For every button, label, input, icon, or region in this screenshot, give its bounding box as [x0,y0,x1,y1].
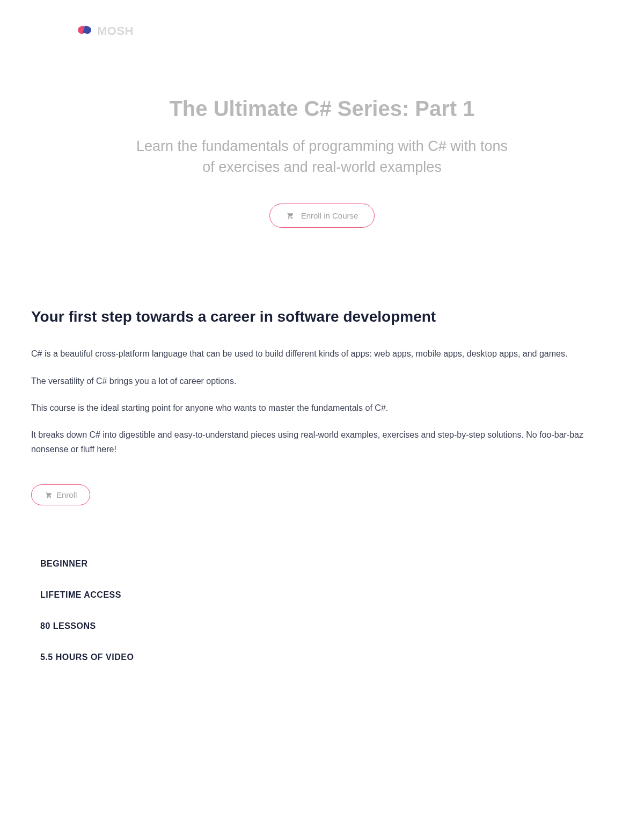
cart-icon [286,212,295,220]
logo[interactable]: MOSH [78,24,134,38]
feature-item: BEGINNER [40,559,604,569]
feature-item: 80 LESSONS [40,621,604,631]
page-title: The Ultimate C# Series: Part 1 [0,97,644,121]
logo-icon [78,26,93,36]
enroll-course-button[interactable]: Enroll in Course [269,204,375,228]
enroll-course-label: Enroll in Course [301,211,358,220]
body-paragraph: The versatility of C# brings you a lot o… [31,374,613,388]
enroll-label: Enroll [56,490,77,499]
body-paragraph: This course is the ideal starting point … [31,401,613,415]
features-list: BEGINNER LIFETIME ACCESS 80 LESSONS 5.5 … [0,505,644,662]
body-paragraph: It breaks down C# into digestible and ea… [31,428,613,456]
feature-item: LIFETIME ACCESS [40,590,604,600]
page-subtitle: Learn the fundamentals of programming wi… [129,136,515,178]
logo-text: MOSH [97,24,134,38]
section-heading: Your first step towards a career in soft… [31,308,613,325]
feature-item: 5.5 HOURS OF VIDEO [40,652,604,662]
enroll-button[interactable]: Enroll [31,484,90,505]
cart-icon [45,491,53,499]
content-section: Your first step towards a career in soft… [0,228,644,505]
body-paragraph: C# is a beautiful cross-platform languag… [31,347,613,361]
